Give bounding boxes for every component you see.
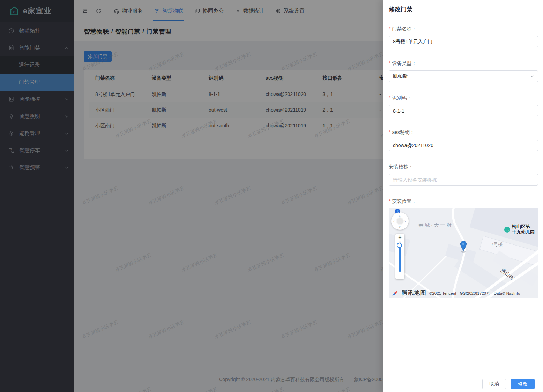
north-badge: 北 bbox=[395, 209, 400, 213]
pan-left-icon[interactable]: ‹ bbox=[393, 219, 395, 223]
kindergarten-icon: ◡ bbox=[504, 227, 510, 233]
device-type-label: 设备类型： bbox=[392, 60, 416, 66]
identifier-input[interactable] bbox=[389, 105, 538, 116]
drawer-footer: 取消 修改 bbox=[383, 376, 543, 392]
submit-button[interactable]: 修改 bbox=[511, 379, 535, 389]
identifier-label: 识别码： bbox=[392, 95, 411, 100]
aes-key-input[interactable] bbox=[389, 140, 538, 151]
field-device-type: *设备类型： bbox=[389, 60, 538, 82]
required-star: * bbox=[389, 26, 390, 31]
pan-right-icon[interactable]: › bbox=[404, 219, 406, 223]
map-footer: 腾讯地图 ©2021 Tencent - GS(2020)1720号 - Dat… bbox=[392, 289, 520, 297]
field-identifier: *识别码： bbox=[389, 95, 538, 116]
pan-down-icon[interactable]: ˅ bbox=[399, 225, 401, 228]
map-pin[interactable] bbox=[460, 241, 467, 251]
drawer-title: 修改门禁 bbox=[389, 6, 412, 13]
zoom-out-button[interactable]: − bbox=[395, 273, 404, 279]
pan-knob[interactable] bbox=[396, 217, 404, 225]
building-label: 安装楼栋： bbox=[389, 164, 413, 169]
map-attribution: ©2021 Tencent - GS(2020)1720号 - Data© Na… bbox=[429, 291, 520, 296]
field-access-name: *门禁名称： bbox=[389, 26, 538, 47]
app-root: e e家宜业 物联拓扑智能门禁通行记录门禁管理智能梯控智慧照明能耗管理P智慧停车… bbox=[0, 0, 543, 392]
device-type-value[interactable] bbox=[389, 70, 538, 82]
field-aes-key: *aes秘钥： bbox=[389, 129, 538, 151]
location-map[interactable]: 春城·天一府 ◡ 松山区第 十九幼儿园 7号楼 燕山街 北 bbox=[389, 208, 538, 298]
edit-access-drawer: 修改门禁 *门禁名称： *设备类型： *识别码： bbox=[383, 0, 543, 392]
chevron-down-icon bbox=[530, 74, 534, 80]
access-name-label: 门禁名称： bbox=[392, 26, 416, 31]
drawer-body: *门禁名称： *设备类型： *识别码： *aes秘钥： bbox=[383, 18, 543, 376]
map-area-label: 春城·天一府 bbox=[418, 222, 453, 228]
required-star: * bbox=[389, 60, 390, 66]
map-canvas bbox=[389, 208, 538, 298]
access-name-input[interactable] bbox=[389, 36, 538, 47]
zoom-slider-handle[interactable] bbox=[397, 243, 402, 248]
field-building: 安装楼栋： bbox=[389, 164, 538, 186]
cancel-button[interactable]: 取消 bbox=[482, 379, 506, 389]
map-building7-label: 7号楼 bbox=[491, 241, 503, 248]
aes-key-label: aes秘钥： bbox=[392, 129, 415, 135]
map-pan-control[interactable]: ˄ ˅ ‹ › bbox=[391, 212, 409, 230]
location-label: 安装位置： bbox=[392, 198, 416, 204]
drawer-header: 修改门禁 bbox=[383, 0, 543, 18]
required-star: * bbox=[389, 198, 390, 204]
zoom-in-button[interactable]: + bbox=[395, 234, 404, 240]
map-zoom-control: + − bbox=[395, 234, 404, 279]
required-star: * bbox=[389, 129, 390, 135]
device-type-select[interactable] bbox=[389, 70, 538, 82]
required-star: * bbox=[389, 95, 390, 100]
map-kindergarten-label: ◡ 松山区第 十九幼儿园 bbox=[504, 224, 535, 235]
tencent-map-logo-icon bbox=[392, 290, 399, 297]
field-location: *安装位置： bbox=[389, 198, 538, 298]
building-input[interactable] bbox=[389, 174, 538, 186]
tencent-map-logo-text: 腾讯地图 bbox=[401, 289, 426, 297]
